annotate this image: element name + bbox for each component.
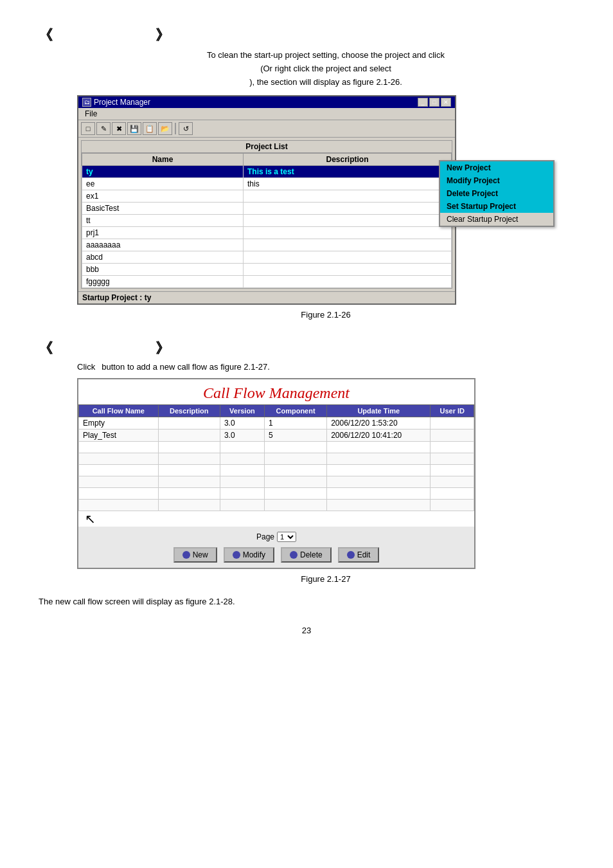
project-description-cell [243, 276, 451, 288]
context-menu-item[interactable]: Set Startup Project [440, 200, 553, 213]
project-list-container: Project List Name Description tyThis is … [81, 140, 452, 289]
edit-button[interactable]: ✎ [96, 122, 111, 135]
context-menu-item[interactable]: Modify Project [440, 174, 553, 187]
toolbar: □ ✎ ✖ 💾 📋 📂 ↺ [78, 120, 455, 138]
angle-left-2: 《 [39, 339, 53, 358]
project-name-cell: bbb [82, 264, 244, 276]
close-button[interactable]: ✕ [441, 98, 451, 107]
menu-file[interactable]: File [81, 109, 101, 119]
cfm-title: Call Flow Management [78, 379, 474, 404]
cfm-empty-row [79, 476, 474, 488]
table-row[interactable]: abcd [82, 251, 452, 264]
menubar: File [78, 108, 455, 120]
cfm-table-cell: 1 [265, 417, 327, 429]
cfm-empty-row [79, 442, 474, 453]
cfm-table-cell: 2006/12/20 10:41:20 [327, 429, 431, 442]
project-description-cell: This is a test [243, 166, 451, 178]
cfm-table: Call Flow NameDescriptionVersionComponen… [78, 404, 474, 511]
cfm-header-cell: User ID [431, 405, 474, 417]
cfm-header-cell: Call Flow Name [79, 405, 159, 417]
table-row[interactable]: prj1 [82, 227, 452, 239]
cfm-table-container: Call Flow NameDescriptionVersionComponen… [78, 404, 474, 527]
context-menu-item[interactable]: Delete Project [440, 187, 553, 200]
table-row[interactable]: fggggg [82, 276, 452, 288]
project-description-cell [243, 227, 451, 239]
angle-right-2: 》 [155, 339, 170, 358]
titlebar: 🗂 Project Manager _ □ ✕ [78, 96, 455, 108]
cfm-table-row[interactable]: Play_Test3.052006/12/20 10:41:20 [79, 429, 474, 442]
refresh-button[interactable]: ↺ [179, 122, 193, 135]
cfm-table-cell: 3.0 [220, 417, 264, 429]
table-row[interactable]: aaaaaaaa [82, 239, 452, 251]
project-rows: tyThis is a testeethisex1BasicTestttprj1… [82, 166, 452, 288]
table-row[interactable]: tt [82, 215, 452, 227]
instruction-text-1: To clean the start-up project setting, c… [77, 49, 574, 89]
cfm-empty-row [79, 488, 474, 500]
col-name: Name [82, 154, 244, 166]
context-menu-item[interactable]: Clear Startup Project [440, 213, 553, 226]
project-name-cell: fggggg [82, 276, 244, 288]
cfm-empty-row [79, 465, 474, 476]
modify-button[interactable]: Modify [224, 547, 274, 563]
save-button[interactable]: 💾 [127, 122, 141, 135]
angle-left-1: 《 [39, 26, 53, 45]
cfm-table-cell [158, 417, 220, 429]
angle-brackets-1: 《 》 [39, 26, 574, 45]
button-icon [290, 551, 298, 559]
instruction-line1: To clean the start-up project setting, c… [77, 49, 574, 62]
minimize-button[interactable]: _ [418, 98, 428, 107]
table-row[interactable]: BasicTest [82, 203, 452, 215]
cfm-table-cell: 5 [265, 429, 327, 442]
new-file-button[interactable]: □ [81, 122, 95, 135]
angle-brackets-2: 《 》 [39, 339, 574, 358]
project-manager-window: 🗂 Project Manager _ □ ✕ File □ ✎ ✖ 💾 📋 📂 [77, 95, 456, 305]
edit-button[interactable]: Edit [338, 547, 380, 563]
project-name-cell: BasicTest [82, 203, 244, 215]
project-name-cell: abcd [82, 251, 244, 264]
cfm-header-cell: Version [220, 405, 264, 417]
call-flow-window: Call Flow Management Call Flow NameDescr… [77, 378, 475, 569]
cfm-header-cell: Description [158, 405, 220, 417]
table-row[interactable]: eethis [82, 178, 452, 190]
titlebar-controls: _ □ ✕ [418, 98, 451, 107]
project-description-cell [243, 239, 451, 251]
context-menu: New ProjectModify ProjectDelete ProjectS… [439, 160, 555, 227]
context-menu-item[interactable]: New Project [440, 161, 553, 174]
table-header-row: Name Description [82, 154, 452, 166]
project-list-header: Project List [82, 141, 452, 153]
button-icon [182, 551, 190, 559]
project-name-cell: prj1 [82, 227, 244, 239]
cfm-table-cell [431, 417, 474, 429]
maximize-button[interactable]: □ [429, 98, 440, 107]
page-label: Page [256, 532, 274, 541]
cfm-header-cell: Component [265, 405, 327, 417]
table-row[interactable]: tyThis is a test [82, 166, 452, 178]
project-name-cell: ex1 [82, 190, 244, 203]
new-button[interactable]: New [173, 547, 217, 563]
button-icon [347, 551, 355, 559]
project-name-cell: ty [82, 166, 244, 178]
click-instruction-text: button to add a new call flow as figure … [102, 362, 270, 372]
copy-button[interactable]: 📋 [143, 122, 157, 135]
cfm-empty-row [79, 500, 474, 511]
figure-caption-2: Figure 2.1-27 [77, 574, 574, 584]
page-select[interactable]: 1 [277, 532, 296, 542]
table-row[interactable]: ex1 [82, 190, 452, 203]
page-container: 《 》 To clean the start-up project settin… [0, 0, 613, 674]
cfm-table-cell [158, 429, 220, 442]
cfm-empty-row [79, 453, 474, 465]
delete-button[interactable]: ✖ [112, 122, 126, 135]
click-instruction: Click button to add a new call flow as f… [77, 362, 574, 372]
toolbar-separator [175, 123, 176, 134]
cfm-table-row[interactable]: Empty3.012006/12/20 1:53:20 [79, 417, 474, 429]
cfm-header-cell: Update Time [327, 405, 431, 417]
bottom-text: The new call flow screen will display as… [39, 597, 574, 606]
cfm-header-row: Call Flow NameDescriptionVersionComponen… [79, 405, 474, 417]
figure-caption-1: Figure 2.1-26 [77, 310, 574, 320]
table-row[interactable]: bbb [82, 264, 452, 276]
delete-button[interactable]: Delete [281, 547, 332, 563]
click-label: Click [77, 362, 95, 372]
cfm-buttons: New Modify Delete Edit [84, 547, 469, 563]
titlebar-title: 🗂 Project Manager [82, 98, 150, 107]
open-button[interactable]: 📂 [158, 122, 172, 135]
